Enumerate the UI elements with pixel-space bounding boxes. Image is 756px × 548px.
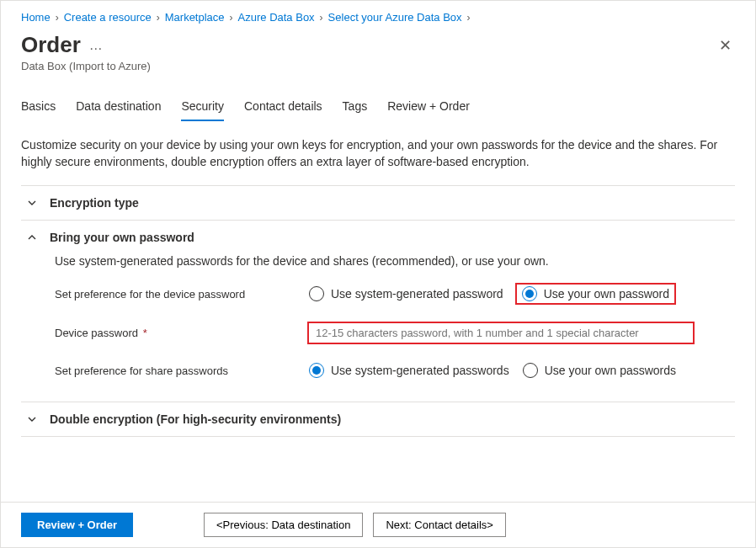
chevron-right-icon: ›	[157, 12, 160, 24]
radio-share-system-generated[interactable]: Use system-generated passwords	[307, 361, 514, 380]
chevron-up-icon	[26, 231, 38, 243]
device-password-label: Device password *	[55, 327, 307, 339]
breadcrumb-marketplace[interactable]: Marketplace	[165, 11, 225, 24]
close-button[interactable]: ✕	[716, 33, 735, 58]
radio-share-use-own[interactable]: Use your own passwords	[521, 361, 681, 380]
page-title: Order	[21, 32, 81, 58]
section-double-encryption[interactable]: Double encryption (For high-security env…	[21, 402, 735, 436]
next-button[interactable]: Next: Contact details>	[373, 513, 506, 537]
tab-basics[interactable]: Basics	[21, 96, 56, 121]
byop-hint: Use system-generated passwords for the d…	[55, 254, 735, 268]
more-actions-button[interactable]: …	[89, 38, 103, 53]
divider	[21, 436, 735, 437]
radio-device-system-generated[interactable]: Use system-generated password	[307, 285, 508, 303]
breadcrumb-azure-data-box[interactable]: Azure Data Box	[238, 11, 315, 24]
tab-review-order[interactable]: Review + Order	[387, 96, 470, 121]
chevron-right-icon: ›	[56, 12, 59, 24]
section-encryption-type[interactable]: Encryption type	[21, 186, 735, 220]
breadcrumb-create-resource[interactable]: Create a resource	[64, 11, 152, 24]
tab-contact-details[interactable]: Contact details	[244, 96, 322, 121]
tab-description: Customize security on your device by usi…	[21, 136, 735, 170]
tab-security[interactable]: Security	[181, 96, 224, 121]
chevron-right-icon: ›	[467, 12, 471, 24]
chevron-down-icon	[26, 413, 38, 425]
tabs: Basics Data destination Security Contact…	[21, 96, 735, 121]
section-title: Double encryption (For high-security env…	[50, 412, 341, 426]
previous-button[interactable]: <Previous: Data destination	[204, 513, 363, 537]
share-password-pref-label: Set preference for share passwords	[55, 364, 307, 377]
review-order-button[interactable]: Review + Order	[21, 513, 133, 537]
breadcrumb-select-data-box[interactable]: Select your Azure Data Box	[328, 11, 462, 24]
section-bring-your-own-password[interactable]: Bring your own password	[21, 221, 735, 254]
share-password-pref-group: Use system-generated passwords Use your …	[307, 361, 681, 380]
radio-label: Use system-generated passwords	[331, 364, 509, 377]
chevron-right-icon: ›	[320, 12, 323, 24]
device-password-input[interactable]	[307, 322, 695, 344]
device-password-pref-label: Set preference for the device password	[55, 288, 307, 301]
chevron-down-icon	[26, 197, 38, 209]
tab-tags[interactable]: Tags	[343, 96, 368, 121]
breadcrumb: Home › Create a resource › Marketplace ›…	[21, 11, 735, 24]
radio-label: Use your own passwords	[545, 364, 676, 377]
device-password-pref-group: Use system-generated password Use your o…	[307, 283, 676, 305]
section-title: Encryption type	[50, 196, 139, 210]
radio-label: Use system-generated password	[331, 287, 503, 301]
section-byop-body: Use system-generated passwords for the d…	[21, 254, 735, 402]
tab-data-destination[interactable]: Data destination	[76, 96, 161, 121]
chevron-right-icon: ›	[230, 12, 233, 24]
page-subtitle: Data Box (Import to Azure)	[21, 60, 735, 72]
footer: Review + Order <Previous: Data destinati…	[1, 502, 755, 547]
breadcrumb-home[interactable]: Home	[21, 11, 51, 24]
radio-device-use-own[interactable]: Use your own password	[515, 283, 676, 305]
radio-label: Use your own password	[544, 287, 669, 301]
section-title: Bring your own password	[50, 231, 194, 244]
required-marker: *	[143, 327, 147, 339]
